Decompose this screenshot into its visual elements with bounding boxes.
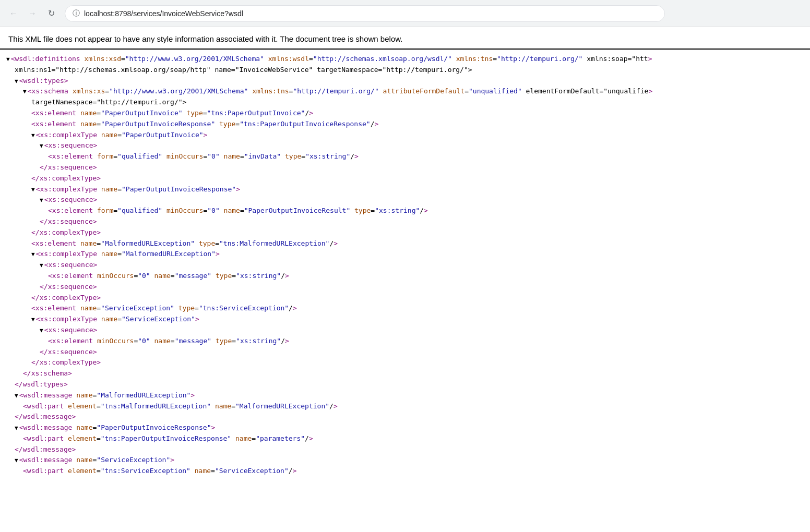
xml-text: <xs:sequence> — [44, 196, 98, 203]
xml-line: ▼<xs:complexType name="PaperOutputInvoic… — [6, 130, 804, 141]
collapse-triangle[interactable]: ▼ — [6, 56, 10, 63]
xml-line: </wsdl:message> — [6, 444, 804, 455]
xml-text: <xs:element name="MalformedURLException"… — [31, 239, 338, 247]
xml-text: targetNamespace="http://tempuri.org/"> — [31, 98, 186, 106]
xml-line: <wsdl:part element="tns:ServiceException… — [6, 466, 804, 477]
xml-text: </xs:schema> — [23, 369, 72, 377]
xml-line: <xs:element minOccurs="0" name="message"… — [6, 271, 804, 282]
xml-text: </xs:complexType> — [31, 358, 101, 366]
collapse-triangle[interactable]: ▼ — [40, 142, 43, 149]
xml-line: ▼<xs:schema xmlns:xs="http://www.w3.org/… — [6, 86, 804, 97]
xml-line: ▼<xs:complexType name="ServiceException"… — [6, 314, 804, 325]
xml-text: </wsdl:types> — [15, 380, 68, 388]
xml-text: <xs:element name="PaperOutputInvoiceResp… — [31, 120, 378, 128]
xml-text: </wsdl:message> — [15, 413, 76, 420]
xml-line: </xs:complexType> — [6, 293, 804, 304]
xml-content: ▼<wsdl:definitions xmlns:xsd="http://www… — [0, 50, 810, 481]
back-button[interactable]: ← — [6, 6, 21, 21]
xml-text: <xs:complexType name="PaperOutputInvoice… — [36, 185, 240, 193]
xml-text: <xs:element name="PaperOutputInvoice" ty… — [31, 109, 313, 117]
xml-text: <wsdl:message name="ServiceException"> — [19, 456, 174, 464]
xml-text: </xs:sequence> — [40, 283, 97, 291]
xml-line: </xs:sequence> — [6, 347, 804, 358]
collapse-triangle[interactable]: ▼ — [31, 316, 35, 323]
xml-text: xmlns:ns1="http://schemas.xmlsoap.org/so… — [15, 66, 472, 74]
xml-line: </wsdl:types> — [6, 379, 804, 390]
collapse-triangle[interactable]: ▼ — [15, 78, 18, 84]
xml-text: <wsdl:types> — [19, 77, 68, 84]
browser-chrome: ← → ↻ ⓘ localhost:8798/services/InvoiceW… — [0, 0, 810, 27]
xml-text: </xs:complexType> — [31, 174, 101, 182]
xml-text: <xs:element form="qualified" minOccurs="… — [48, 152, 359, 160]
xml-text: <wsdl:part element="tns:ServiceException… — [23, 467, 296, 475]
xml-text: </xs:complexType> — [31, 294, 101, 301]
xml-text: <wsdl:definitions xmlns:xsd="http://www.… — [11, 55, 652, 63]
xml-line: ▼<wsdl:definitions xmlns:xsd="http://www… — [6, 54, 804, 65]
collapse-triangle[interactable]: ▼ — [31, 132, 35, 139]
xml-text: <wsdl:part element="tns:MalformedURLExce… — [23, 402, 338, 410]
info-bar: This XML file does not appear to have an… — [0, 27, 810, 50]
xml-text: </xs:complexType> — [31, 228, 101, 236]
xml-text: <xs:element name="ServiceException" type… — [31, 304, 297, 312]
xml-text: <xs:element minOccurs="0" name="message"… — [48, 272, 289, 280]
xml-line: ▼<xs:sequence> — [6, 195, 804, 205]
collapse-triangle[interactable]: ▼ — [40, 327, 43, 334]
xml-line: <xs:element name="PaperOutputInvoice" ty… — [6, 108, 804, 119]
xml-line: <xs:element minOccurs="0" name="message"… — [6, 336, 804, 347]
xml-text: <xs:sequence> — [44, 326, 98, 334]
xml-text: <xs:complexType name="ServiceException"> — [36, 315, 199, 323]
xml-line: ▼<wsdl:message name="ServiceException"> — [6, 455, 804, 466]
xml-line: </xs:schema> — [6, 368, 804, 379]
xml-line: ▼<xs:sequence> — [6, 140, 804, 151]
xml-text: <xs:element minOccurs="0" name="message"… — [48, 337, 289, 345]
xml-line: <wsdl:part element="tns:PaperOutputInvoi… — [6, 433, 804, 444]
xml-line: xmlns:ns1="http://schemas.xmlsoap.org/so… — [6, 65, 804, 76]
xml-line: <xs:element name="ServiceException" type… — [6, 303, 804, 314]
collapse-triangle[interactable]: ▼ — [40, 197, 43, 203]
nav-buttons: ← → ↻ — [6, 6, 58, 21]
collapse-triangle[interactable]: ▼ — [15, 392, 18, 399]
xml-line: ▼<xs:sequence> — [6, 325, 804, 336]
xml-line: </xs:sequence> — [6, 162, 804, 173]
collapse-triangle[interactable]: ▼ — [23, 88, 27, 95]
forward-button[interactable]: → — [25, 6, 40, 21]
address-bar[interactable]: ⓘ localhost:8798/services/InvoiceWebServ… — [65, 5, 665, 22]
xml-line: </xs:sequence> — [6, 282, 804, 293]
collapse-triangle[interactable]: ▼ — [31, 251, 35, 258]
xml-line: ▼<wsdl:message name="PaperOutputInvoiceR… — [6, 422, 804, 433]
xml-line: </xs:sequence> — [6, 216, 804, 227]
collapse-triangle[interactable]: ▼ — [15, 425, 18, 431]
xml-line: <xs:element form="qualified" minOccurs="… — [6, 205, 804, 216]
xml-line: targetNamespace="http://tempuri.org/"> — [6, 97, 804, 108]
lock-icon: ⓘ — [73, 9, 80, 18]
xml-line: </xs:complexType> — [6, 227, 804, 238]
xml-text: </xs:sequence> — [40, 348, 97, 356]
xml-line: ▼<xs:complexType name="PaperOutputInvoic… — [6, 184, 804, 195]
xml-text: <xs:complexType name="MalformedURLExcept… — [36, 250, 220, 258]
xml-text: </wsdl:message> — [15, 445, 76, 453]
xml-text: <xs:schema xmlns:xs="http://www.w3.org/2… — [28, 87, 653, 95]
xml-text: </xs:sequence> — [40, 163, 97, 171]
refresh-button[interactable]: ↻ — [44, 6, 58, 21]
info-message: This XML file does not appear to have an… — [8, 34, 402, 43]
xml-line: <wsdl:part element="tns:MalformedURLExce… — [6, 401, 804, 412]
xml-line: <xs:element name="MalformedURLException"… — [6, 238, 804, 249]
url-text: localhost:8798/services/InvoiceWebServic… — [84, 9, 243, 18]
xml-text: <xs:sequence> — [44, 141, 98, 149]
xml-text: <xs:complexType name="PaperOutputInvoice… — [36, 131, 208, 139]
xml-line: </xs:complexType> — [6, 173, 804, 184]
xml-text: <xs:sequence> — [44, 261, 98, 269]
xml-text: <wsdl:message name="MalformedURLExceptio… — [19, 391, 195, 399]
xml-line: ▼<wsdl:types> — [6, 76, 804, 87]
xml-text: <wsdl:message name="PaperOutputInvoiceRe… — [19, 424, 216, 431]
xml-line: ▼<xs:complexType name="MalformedURLExcep… — [6, 249, 804, 260]
xml-line: </xs:complexType> — [6, 357, 804, 368]
collapse-triangle[interactable]: ▼ — [31, 186, 35, 193]
xml-line: ▼<wsdl:message name="MalformedURLExcepti… — [6, 390, 804, 401]
collapse-triangle[interactable]: ▼ — [40, 262, 43, 269]
xml-line: </wsdl:message> — [6, 412, 804, 422]
collapse-triangle[interactable]: ▼ — [15, 457, 18, 464]
xml-text: </xs:sequence> — [40, 217, 97, 225]
xml-text: <xs:element form="qualified" minOccurs="… — [48, 207, 428, 214]
xml-line: <xs:element form="qualified" minOccurs="… — [6, 151, 804, 162]
